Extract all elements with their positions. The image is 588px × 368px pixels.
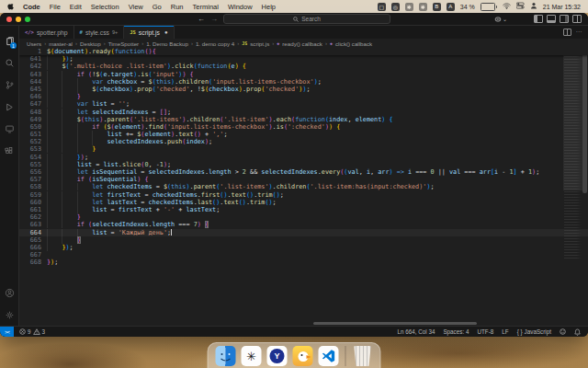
- explorer-icon[interactable]: 1: [0, 29, 18, 52]
- breadcrumb-item[interactable]: 1. demo copy 4: [196, 40, 234, 47]
- vertical-scrollbar[interactable]: [582, 48, 587, 193]
- code-line[interactable]: 659 let firstText = checkedItems.first()…: [19, 191, 588, 199]
- cursor-position[interactable]: Ln 664, Col 34: [397, 328, 435, 335]
- code-line[interactable]: 652 selectedIndexes.push(index);: [19, 138, 588, 145]
- code-line[interactable]: 641 });: [19, 55, 588, 63]
- navigate-back-button[interactable]: ←: [198, 16, 205, 23]
- display-status-icon[interactable]: ▢: [378, 3, 386, 11]
- code-line[interactable]: 645 $(checkbox).prop('checked', !$(check…: [19, 86, 588, 93]
- dock-yandex-icon[interactable]: Y: [267, 346, 288, 366]
- code-line[interactable]: 655 list = list.slice(0, -1);: [19, 161, 588, 168]
- code-line[interactable]: 661 list = firstText + '-' + lastText;: [19, 206, 588, 213]
- remote-explorer-icon[interactable]: [0, 118, 18, 140]
- horizontal-scrollbar[interactable]: [313, 322, 477, 326]
- apple-menu-icon[interactable]: [7, 3, 15, 11]
- more-actions-icon[interactable]: ⋯: [576, 30, 583, 34]
- dock-chatgpt-icon[interactable]: ✳: [242, 346, 262, 366]
- accounts-icon[interactable]: [0, 282, 18, 304]
- breadcrumb-item[interactable]: Users: [27, 40, 41, 47]
- code-line[interactable]: 653 }: [19, 145, 588, 153]
- minimap[interactable]: [564, 48, 582, 326]
- input-source-icon[interactable]: A: [447, 3, 455, 11]
- toggle-panel-icon[interactable]: [547, 15, 556, 23]
- code-line[interactable]: 665 }: [19, 236, 588, 244]
- code-line[interactable]: 646 }: [19, 93, 588, 100]
- app-status-icon[interactable]: B: [433, 3, 441, 11]
- encoding-setting[interactable]: UTF-8: [477, 328, 493, 335]
- code-line[interactable]: 648 let selectedIndexes = [];: [19, 109, 588, 116]
- code-line[interactable]: 663 if (selectedIndexes.length === 7) {: [19, 221, 588, 228]
- user-icon[interactable]: [530, 2, 537, 11]
- breadcrumb-item[interactable]: ready() callback: [282, 40, 322, 47]
- tab-script.js[interactable]: JSscript.js●: [124, 26, 174, 39]
- code-line[interactable]: 654 });: [19, 154, 588, 161]
- code-line[interactable]: 649 $(this).parent('.list-items').childr…: [19, 116, 588, 123]
- source-control-icon[interactable]: [0, 74, 18, 96]
- code-line[interactable]: 657 if (isSequential) {: [19, 176, 588, 183]
- sticky-scroll-line[interactable]: 1$(document).ready(function(){: [19, 48, 588, 55]
- remote-indicator[interactable]: ><: [0, 327, 14, 337]
- problems-button[interactable]: 9 3: [19, 328, 45, 335]
- code-line[interactable]: 668});: [19, 259, 588, 266]
- code-line[interactable]: 664 list = 'Каждый день';: [19, 229, 588, 236]
- settings-gear-icon[interactable]: [0, 304, 18, 326]
- battery-percent[interactable]: 34 %: [460, 4, 475, 10]
- indentation-setting[interactable]: Spaces: 4: [443, 328, 469, 335]
- code-line[interactable]: 656 let isSequential = selectedIndexes.l…: [19, 168, 588, 176]
- code-line[interactable]: 666 });: [19, 244, 588, 251]
- navigate-forward-button[interactable]: →: [210, 16, 218, 23]
- search-sidebar-icon[interactable]: [0, 52, 18, 74]
- dirty-indicator[interactable]: ●: [164, 29, 168, 35]
- feedback-icon[interactable]: [560, 328, 566, 335]
- dock-duckduckgo-icon[interactable]: [293, 346, 313, 366]
- toggle-secondary-sidebar-icon[interactable]: [560, 15, 569, 23]
- eol-setting[interactable]: LF: [502, 328, 508, 335]
- code-line[interactable]: 658 let checkedItems = $(this).parent('.…: [19, 183, 588, 190]
- copilot-menu-button[interactable]: ⌄: [494, 16, 507, 23]
- swirl-status-icon[interactable]: ◎: [391, 3, 400, 11]
- breadcrumb-item[interactable]: master-al: [49, 40, 73, 47]
- breadcrumb[interactable]: Users›master-al›Desktop›TimeSpotter›1. D…: [19, 39, 588, 48]
- gear-status-icon[interactable]: ✱: [405, 3, 413, 11]
- menu-item-terminal[interactable]: Terminal: [193, 3, 219, 11]
- code-line[interactable]: 642 $('.multi-choice .list-item').click(…: [19, 63, 588, 70]
- code-editor[interactable]: 1$(document).ready(function(){641 });642…: [19, 48, 588, 326]
- menubar-clock[interactable]: 21 Mar 15:32: [543, 4, 581, 10]
- menu-item-window[interactable]: Window: [228, 3, 253, 11]
- customize-layout-icon[interactable]: [572, 15, 582, 23]
- code-line[interactable]: 662 }: [19, 213, 588, 221]
- code-line[interactable]: 647 var list = '';: [19, 100, 588, 108]
- language-mode[interactable]: { }JavaScript: [517, 328, 551, 335]
- breadcrumb-item[interactable]: click() callback: [335, 40, 372, 47]
- breadcrumb-item[interactable]: Desktop: [80, 40, 101, 47]
- notifications-bell-icon[interactable]: [574, 328, 581, 336]
- tab-style.css[interactable]: #style.css9+: [74, 26, 125, 39]
- breadcrumb-item[interactable]: 1. Demo Backup: [146, 40, 188, 47]
- toggle-sidebar-icon[interactable]: [534, 15, 543, 23]
- breadcrumb-item[interactable]: TimeSpotter: [108, 40, 139, 47]
- code-line[interactable]: 643 if (!$(e.target).is('input')) {: [19, 71, 588, 78]
- tab-spotter.php[interactable]: </>spotter.php: [19, 26, 74, 39]
- split-editor-icon[interactable]: [563, 29, 571, 36]
- minimap-slider[interactable]: [563, 48, 582, 190]
- gear-status-icon-2[interactable]: ✱: [419, 3, 427, 11]
- dock-trash-icon[interactable]: [353, 346, 373, 366]
- run-debug-icon[interactable]: [0, 96, 18, 118]
- dock-finder-icon[interactable]: [216, 346, 236, 366]
- wifi-icon[interactable]: [503, 3, 511, 11]
- code-line[interactable]: 660 let lastText = checkedItems.last().t…: [19, 199, 588, 206]
- control-center-icon[interactable]: [516, 2, 525, 11]
- code-line[interactable]: 644 var checkbox = $(this).children('inp…: [19, 78, 588, 86]
- menu-item-code[interactable]: Code: [23, 3, 40, 11]
- breadcrumb-item[interactable]: script.js: [250, 40, 269, 47]
- menu-item-run[interactable]: Run: [171, 3, 184, 11]
- extensions-icon[interactable]: [0, 140, 18, 162]
- battery-icon[interactable]: [481, 3, 497, 11]
- menu-item-selection[interactable]: Selection: [91, 3, 119, 11]
- menu-item-edit[interactable]: Edit: [70, 3, 82, 11]
- search-command-center[interactable]: Search: [223, 14, 390, 24]
- dock-vscode-icon[interactable]: [319, 346, 339, 366]
- menu-item-go[interactable]: Go: [153, 3, 162, 11]
- code-line[interactable]: 650 if ($(element).find('input.list-item…: [19, 123, 588, 131]
- menu-item-view[interactable]: View: [129, 3, 143, 11]
